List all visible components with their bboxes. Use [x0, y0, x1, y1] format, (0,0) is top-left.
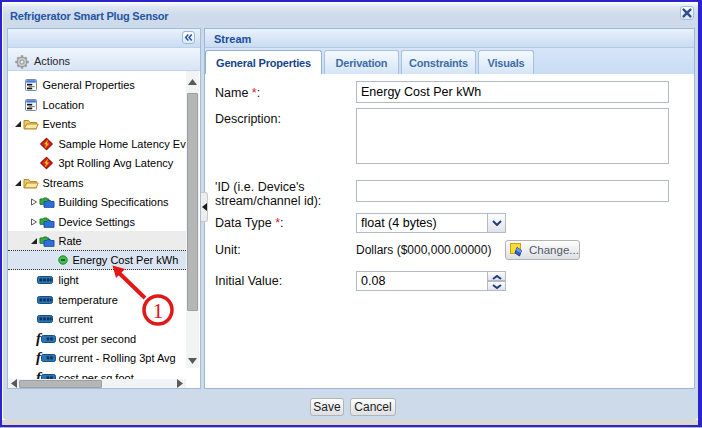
- svg-text:1: 1: [153, 298, 164, 323]
